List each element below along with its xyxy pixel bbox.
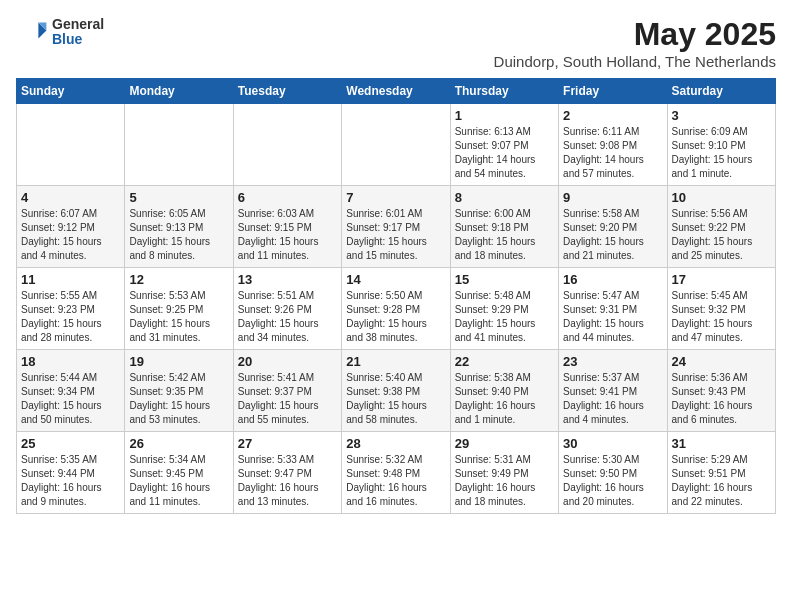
day-number: 29 [455, 436, 554, 451]
calendar-cell: 19Sunrise: 5:42 AM Sunset: 9:35 PM Dayli… [125, 350, 233, 432]
calendar-cell: 17Sunrise: 5:45 AM Sunset: 9:32 PM Dayli… [667, 268, 775, 350]
day-of-week-header: Sunday [17, 79, 125, 104]
calendar-table: SundayMondayTuesdayWednesdayThursdayFrid… [16, 78, 776, 514]
day-of-week-header: Wednesday [342, 79, 450, 104]
day-info: Sunrise: 6:13 AM Sunset: 9:07 PM Dayligh… [455, 125, 554, 181]
page-header: General Blue May 2025 Duindorp, South Ho… [16, 16, 776, 70]
calendar-cell: 27Sunrise: 5:33 AM Sunset: 9:47 PM Dayli… [233, 432, 341, 514]
day-number: 28 [346, 436, 445, 451]
calendar-cell: 23Sunrise: 5:37 AM Sunset: 9:41 PM Dayli… [559, 350, 667, 432]
day-info: Sunrise: 5:48 AM Sunset: 9:29 PM Dayligh… [455, 289, 554, 345]
day-number: 16 [563, 272, 662, 287]
calendar-cell: 18Sunrise: 5:44 AM Sunset: 9:34 PM Dayli… [17, 350, 125, 432]
day-info: Sunrise: 5:45 AM Sunset: 9:32 PM Dayligh… [672, 289, 771, 345]
day-info: Sunrise: 5:42 AM Sunset: 9:35 PM Dayligh… [129, 371, 228, 427]
calendar-cell: 16Sunrise: 5:47 AM Sunset: 9:31 PM Dayli… [559, 268, 667, 350]
calendar-cell: 30Sunrise: 5:30 AM Sunset: 9:50 PM Dayli… [559, 432, 667, 514]
calendar-cell: 3Sunrise: 6:09 AM Sunset: 9:10 PM Daylig… [667, 104, 775, 186]
day-number: 27 [238, 436, 337, 451]
day-info: Sunrise: 5:40 AM Sunset: 9:38 PM Dayligh… [346, 371, 445, 427]
calendar-week-row: 25Sunrise: 5:35 AM Sunset: 9:44 PM Dayli… [17, 432, 776, 514]
calendar-cell: 1Sunrise: 6:13 AM Sunset: 9:07 PM Daylig… [450, 104, 558, 186]
day-number: 17 [672, 272, 771, 287]
day-info: Sunrise: 6:09 AM Sunset: 9:10 PM Dayligh… [672, 125, 771, 181]
day-info: Sunrise: 5:29 AM Sunset: 9:51 PM Dayligh… [672, 453, 771, 509]
calendar-cell: 9Sunrise: 5:58 AM Sunset: 9:20 PM Daylig… [559, 186, 667, 268]
day-number: 15 [455, 272, 554, 287]
day-number: 6 [238, 190, 337, 205]
calendar-cell [125, 104, 233, 186]
calendar-cell: 22Sunrise: 5:38 AM Sunset: 9:40 PM Dayli… [450, 350, 558, 432]
day-number: 18 [21, 354, 120, 369]
day-number: 3 [672, 108, 771, 123]
logo: General Blue [16, 16, 104, 48]
calendar-cell: 28Sunrise: 5:32 AM Sunset: 9:48 PM Dayli… [342, 432, 450, 514]
day-number: 11 [21, 272, 120, 287]
calendar-cell: 26Sunrise: 5:34 AM Sunset: 9:45 PM Dayli… [125, 432, 233, 514]
day-info: Sunrise: 5:56 AM Sunset: 9:22 PM Dayligh… [672, 207, 771, 263]
day-info: Sunrise: 6:03 AM Sunset: 9:15 PM Dayligh… [238, 207, 337, 263]
day-number: 14 [346, 272, 445, 287]
day-number: 24 [672, 354, 771, 369]
day-info: Sunrise: 5:51 AM Sunset: 9:26 PM Dayligh… [238, 289, 337, 345]
title-block: May 2025 Duindorp, South Holland, The Ne… [494, 16, 776, 70]
calendar-cell [233, 104, 341, 186]
month-title: May 2025 [494, 16, 776, 53]
calendar-cell: 14Sunrise: 5:50 AM Sunset: 9:28 PM Dayli… [342, 268, 450, 350]
day-info: Sunrise: 5:34 AM Sunset: 9:45 PM Dayligh… [129, 453, 228, 509]
calendar-cell: 20Sunrise: 5:41 AM Sunset: 9:37 PM Dayli… [233, 350, 341, 432]
logo-blue: Blue [52, 32, 104, 47]
logo-text: General Blue [52, 17, 104, 48]
day-of-week-header: Saturday [667, 79, 775, 104]
day-of-week-header: Monday [125, 79, 233, 104]
calendar-cell: 29Sunrise: 5:31 AM Sunset: 9:49 PM Dayli… [450, 432, 558, 514]
calendar-cell: 6Sunrise: 6:03 AM Sunset: 9:15 PM Daylig… [233, 186, 341, 268]
day-of-week-header: Friday [559, 79, 667, 104]
calendar-cell: 25Sunrise: 5:35 AM Sunset: 9:44 PM Dayli… [17, 432, 125, 514]
day-number: 22 [455, 354, 554, 369]
calendar-cell: 8Sunrise: 6:00 AM Sunset: 9:18 PM Daylig… [450, 186, 558, 268]
day-info: Sunrise: 5:30 AM Sunset: 9:50 PM Dayligh… [563, 453, 662, 509]
day-info: Sunrise: 5:41 AM Sunset: 9:37 PM Dayligh… [238, 371, 337, 427]
calendar-week-row: 11Sunrise: 5:55 AM Sunset: 9:23 PM Dayli… [17, 268, 776, 350]
calendar-cell [17, 104, 125, 186]
day-info: Sunrise: 5:33 AM Sunset: 9:47 PM Dayligh… [238, 453, 337, 509]
day-info: Sunrise: 5:55 AM Sunset: 9:23 PM Dayligh… [21, 289, 120, 345]
day-number: 20 [238, 354, 337, 369]
day-number: 23 [563, 354, 662, 369]
day-info: Sunrise: 5:31 AM Sunset: 9:49 PM Dayligh… [455, 453, 554, 509]
calendar-cell: 10Sunrise: 5:56 AM Sunset: 9:22 PM Dayli… [667, 186, 775, 268]
day-info: Sunrise: 5:35 AM Sunset: 9:44 PM Dayligh… [21, 453, 120, 509]
day-number: 2 [563, 108, 662, 123]
day-number: 1 [455, 108, 554, 123]
calendar-header-row: SundayMondayTuesdayWednesdayThursdayFrid… [17, 79, 776, 104]
day-info: Sunrise: 6:01 AM Sunset: 9:17 PM Dayligh… [346, 207, 445, 263]
day-number: 21 [346, 354, 445, 369]
calendar-cell: 5Sunrise: 6:05 AM Sunset: 9:13 PM Daylig… [125, 186, 233, 268]
day-info: Sunrise: 5:36 AM Sunset: 9:43 PM Dayligh… [672, 371, 771, 427]
day-of-week-header: Tuesday [233, 79, 341, 104]
calendar-cell: 7Sunrise: 6:01 AM Sunset: 9:17 PM Daylig… [342, 186, 450, 268]
day-number: 4 [21, 190, 120, 205]
calendar-week-row: 1Sunrise: 6:13 AM Sunset: 9:07 PM Daylig… [17, 104, 776, 186]
calendar-cell: 31Sunrise: 5:29 AM Sunset: 9:51 PM Dayli… [667, 432, 775, 514]
day-info: Sunrise: 6:11 AM Sunset: 9:08 PM Dayligh… [563, 125, 662, 181]
day-number: 19 [129, 354, 228, 369]
day-info: Sunrise: 6:07 AM Sunset: 9:12 PM Dayligh… [21, 207, 120, 263]
day-info: Sunrise: 5:32 AM Sunset: 9:48 PM Dayligh… [346, 453, 445, 509]
day-number: 5 [129, 190, 228, 205]
day-info: Sunrise: 5:44 AM Sunset: 9:34 PM Dayligh… [21, 371, 120, 427]
location: Duindorp, South Holland, The Netherlands [494, 53, 776, 70]
day-number: 26 [129, 436, 228, 451]
logo-icon [16, 16, 48, 48]
day-info: Sunrise: 6:05 AM Sunset: 9:13 PM Dayligh… [129, 207, 228, 263]
day-info: Sunrise: 5:38 AM Sunset: 9:40 PM Dayligh… [455, 371, 554, 427]
calendar-cell: 11Sunrise: 5:55 AM Sunset: 9:23 PM Dayli… [17, 268, 125, 350]
day-info: Sunrise: 5:58 AM Sunset: 9:20 PM Dayligh… [563, 207, 662, 263]
day-number: 31 [672, 436, 771, 451]
day-info: Sunrise: 5:50 AM Sunset: 9:28 PM Dayligh… [346, 289, 445, 345]
day-number: 30 [563, 436, 662, 451]
calendar-cell: 21Sunrise: 5:40 AM Sunset: 9:38 PM Dayli… [342, 350, 450, 432]
day-number: 9 [563, 190, 662, 205]
calendar-week-row: 18Sunrise: 5:44 AM Sunset: 9:34 PM Dayli… [17, 350, 776, 432]
